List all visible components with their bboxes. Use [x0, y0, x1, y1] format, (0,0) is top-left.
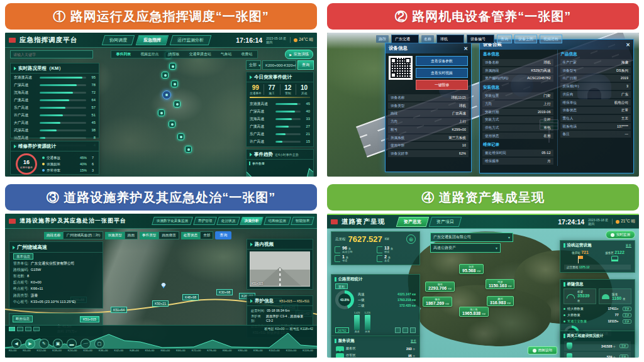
asset-type-select[interactable]: 高速公路资产▾	[430, 243, 501, 253]
road-section-input[interactable]: 广东交通	[391, 35, 419, 43]
edit-icon[interactable]: ✎	[39, 339, 49, 349]
incident-bar-row[interactable]: 京港澳高速 45	[247, 100, 313, 107]
header-tab[interactable]: 协同调度	[102, 35, 135, 45]
map-layer-item[interactable]: 事件列表	[116, 52, 131, 57]
filter-chip[interactable]: 设施类型路面	[105, 231, 138, 239]
incident-bar-row[interactable]: 广深高速 40	[247, 107, 313, 115]
camera-marker-icon[interactable]	[171, 80, 178, 87]
road-camera-video[interactable]: K51+315	[250, 251, 310, 287]
mileage-bar-row[interactable]: 乐广高速 57	[11, 104, 99, 111]
close-icon[interactable]: ✕	[464, 46, 468, 52]
map-layer-item[interactable]: 收费站	[242, 52, 252, 57]
org-select[interactable]: 广东交通集团有限公司▾	[430, 233, 513, 242]
more-link[interactable]: 更多	[626, 244, 631, 248]
chart-toggle[interactable]	[9, 327, 15, 331]
station-badge[interactable]: K30+98	[216, 289, 233, 295]
station-badge[interactable]: K48+98	[182, 294, 199, 300]
mileage-badge[interactable]: 惠州316.983 KM	[487, 296, 514, 306]
scope-select[interactable]: 全部▾	[246, 60, 261, 70]
incident-bar-row[interactable]: 许广高速 15	[247, 138, 313, 145]
station-badge[interactable]: K50+21	[152, 300, 169, 307]
mileage-badge[interactable]: 韶关95.568 KM	[459, 264, 484, 274]
camera-marker-icon[interactable]	[174, 101, 180, 107]
select-area-icon[interactable]: ▣	[53, 339, 63, 349]
header-tab[interactable]: 运行监测分析	[170, 35, 212, 45]
header-tab[interactable]: 决策分析	[240, 217, 264, 225]
more-mini-button[interactable]: 更多	[623, 319, 631, 324]
mileage-bar-row[interactable]: 大广高速 45	[11, 119, 99, 126]
camera-marker-icon[interactable]	[185, 146, 192, 153]
chart-toggle[interactable]	[25, 327, 31, 331]
more-link[interactable]: 更多	[411, 339, 416, 343]
mileage-bar-row[interactable]: 武深高速 38	[11, 126, 99, 134]
mileage-badge[interactable]: 肇庆1867.269 KM	[423, 297, 452, 307]
mileage-bar-row[interactable]: 广澳高速 64	[11, 96, 99, 104]
chart-toggle[interactable]	[410, 327, 416, 333]
query-button[interactable]: 查询	[297, 60, 314, 70]
mileage-badge[interactable]: 河源1150.163 KM	[486, 279, 514, 289]
toolbar-button[interactable]: 设备上图	[514, 35, 537, 43]
header-tab[interactable]: 智能报表	[291, 217, 314, 225]
map-layer-item[interactable]: 视频监控点	[140, 52, 158, 57]
location-pin-icon[interactable]	[161, 284, 166, 288]
device-action-button[interactable]: 一键报修	[416, 80, 468, 90]
selected-camera-marker-icon[interactable]	[162, 90, 171, 99]
map-layer-item[interactable]: 交通量调查站	[189, 52, 211, 57]
mileage-bar-row[interactable]: 广深高速 78	[11, 81, 99, 89]
header-tab[interactable]: 设施数字化采集监测	[152, 217, 193, 225]
more-mini-button[interactable]: 更多	[619, 344, 628, 348]
station-badge[interactable]: K51+64	[111, 307, 127, 313]
device-code-input[interactable]: 设备编号	[467, 35, 494, 43]
info-chip[interactable]: 基本信息	[13, 253, 33, 260]
frame-icon[interactable]: ▢	[94, 339, 104, 349]
more-mini-button[interactable]: 更多	[619, 354, 628, 358]
toolbar-button[interactable]: 视频巡检	[540, 35, 562, 43]
expand-icon[interactable]: ⊕	[406, 234, 416, 244]
live-monitor-button[interactable]: 实时监测	[606, 231, 635, 239]
chart-toggle[interactable]	[402, 327, 408, 333]
chart-toggle[interactable]	[33, 327, 40, 331]
device-action-button[interactable]: 查看实时视频	[416, 68, 468, 78]
header-tab[interactable]: 资产项目	[429, 217, 462, 227]
search-input[interactable]	[10, 50, 93, 58]
map-layer-item[interactable]: 气象站	[221, 52, 231, 57]
chart-toggle[interactable]	[17, 327, 23, 331]
filter-chip[interactable]: 路段名称广州绕城高速(西二环)	[44, 231, 103, 239]
header-tab[interactable]: 资产总览	[396, 217, 430, 227]
emergency-drill-button[interactable]: ▶应急演练	[285, 50, 313, 59]
more-icon[interactable]: ⋯	[80, 339, 91, 349]
incident-bar-row[interactable]: 沈海高速 33	[247, 115, 313, 123]
filter-chip[interactable]: 事件类型路面病害	[140, 231, 179, 239]
mileage-bar-row[interactable]: 京港澳高速 95	[11, 74, 99, 81]
more-mini-button[interactable]: 更多	[623, 313, 631, 317]
chart-toggle[interactable]	[395, 327, 401, 333]
mileage-badge[interactable]: 清远2293.706 KM	[425, 282, 455, 292]
mileage-bar-row[interactable]: 沈海高速 72	[11, 89, 99, 96]
map-legend-button[interactable]: 图例说明	[528, 346, 557, 354]
incident-bar-row[interactable]: 乐广高速 21	[247, 130, 313, 138]
query-button[interactable]: 查询	[215, 231, 231, 239]
map-layer-item[interactable]: 情报板	[169, 52, 179, 57]
camera-marker-icon[interactable]	[162, 72, 169, 79]
header-tab[interactable]: 结构物监测	[264, 217, 291, 225]
more-mini-button[interactable]: 更多	[623, 307, 631, 311]
camera-marker-icon[interactable]	[177, 133, 184, 140]
camera-marker-icon[interactable]	[158, 109, 165, 116]
mileage-badge[interactable]: 珠三角1965.838 KM	[459, 307, 489, 317]
stake-range-select[interactable]: K200+000-K320+000▾	[262, 60, 296, 70]
station-button[interactable]: K51+315	[80, 316, 99, 322]
prev-icon[interactable]: ◀	[11, 339, 21, 349]
mileage-tab[interactable]: 里程	[335, 283, 348, 289]
camera-marker-icon[interactable]	[169, 121, 175, 128]
mileage-bar-row[interactable]: 许广高速 51	[11, 111, 99, 119]
filter-chip[interactable]: 处置状态全部	[181, 231, 214, 239]
camera-marker-icon[interactable]	[169, 63, 176, 70]
device-name-input[interactable]: 球机	[436, 35, 464, 43]
toolbar-button[interactable]: 查询	[497, 35, 512, 43]
video-record-icon[interactable]: ▬	[67, 339, 77, 349]
play-icon[interactable]: ▶	[25, 339, 35, 349]
close-icon[interactable]: ✕	[626, 42, 630, 48]
header-tab[interactable]: 应急指挥	[136, 35, 169, 45]
device-action-button[interactable]: 查看设备参数	[416, 56, 468, 66]
incident-bar-row[interactable]: 广澳高速 27	[247, 123, 313, 130]
